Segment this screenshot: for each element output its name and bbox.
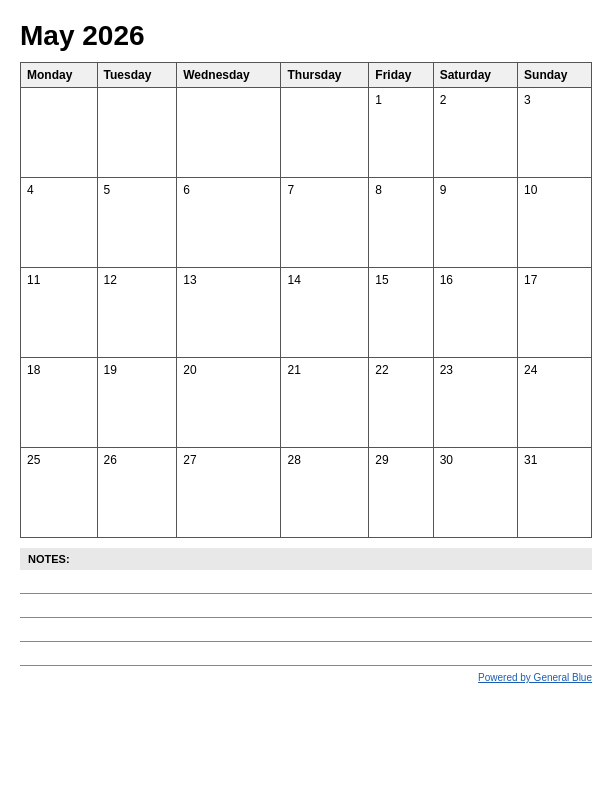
day-number: 21: [287, 363, 300, 377]
calendar-cell: 18: [21, 358, 98, 448]
day-number: 25: [27, 453, 40, 467]
calendar-cell: 20: [177, 358, 281, 448]
calendar-cell: 29: [369, 448, 433, 538]
calendar-cell: [177, 88, 281, 178]
calendar-week-row-5: 25262728293031: [21, 448, 592, 538]
day-number: 2: [440, 93, 447, 107]
calendar-cell: 24: [518, 358, 592, 448]
day-number: 12: [104, 273, 117, 287]
calendar-cell: 21: [281, 358, 369, 448]
day-number: 30: [440, 453, 453, 467]
calendar-cell: 9: [433, 178, 517, 268]
day-number: 4: [27, 183, 34, 197]
calendar-cell: 11: [21, 268, 98, 358]
calendar-header-thursday: Thursday: [281, 63, 369, 88]
day-number: 13: [183, 273, 196, 287]
day-number: 15: [375, 273, 388, 287]
calendar-cell: 22: [369, 358, 433, 448]
calendar-header-tuesday: Tuesday: [97, 63, 177, 88]
calendar-cell: 31: [518, 448, 592, 538]
calendar-cell: 7: [281, 178, 369, 268]
calendar-header-saturday: Saturday: [433, 63, 517, 88]
powered-by-link[interactable]: Powered by General Blue: [478, 672, 592, 683]
calendar-header-wednesday: Wednesday: [177, 63, 281, 88]
day-number: 1: [375, 93, 382, 107]
calendar-week-row-3: 11121314151617: [21, 268, 592, 358]
calendar-cell: 6: [177, 178, 281, 268]
page-title: May 2026: [20, 20, 592, 52]
calendar-table: MondayTuesdayWednesdayThursdayFridaySatu…: [20, 62, 592, 538]
notes-label: NOTES:: [20, 548, 592, 570]
day-number: 31: [524, 453, 537, 467]
notes-line-4: [20, 644, 592, 666]
calendar-cell: 13: [177, 268, 281, 358]
calendar-cell: 17: [518, 268, 592, 358]
calendar-header-row: MondayTuesdayWednesdayThursdayFridaySatu…: [21, 63, 592, 88]
calendar-cell: 30: [433, 448, 517, 538]
calendar-cell: 28: [281, 448, 369, 538]
day-number: 18: [27, 363, 40, 377]
calendar-header-friday: Friday: [369, 63, 433, 88]
notes-line-3: [20, 620, 592, 642]
calendar-cell: 8: [369, 178, 433, 268]
day-number: 7: [287, 183, 294, 197]
day-number: 29: [375, 453, 388, 467]
calendar-header-sunday: Sunday: [518, 63, 592, 88]
notes-line-1: [20, 572, 592, 594]
calendar-cell: 10: [518, 178, 592, 268]
calendar-cell: [281, 88, 369, 178]
calendar-cell: 19: [97, 358, 177, 448]
calendar-week-row-1: 123: [21, 88, 592, 178]
calendar-cell: 23: [433, 358, 517, 448]
day-number: 28: [287, 453, 300, 467]
day-number: 5: [104, 183, 111, 197]
day-number: 24: [524, 363, 537, 377]
calendar-cell: 2: [433, 88, 517, 178]
day-number: 14: [287, 273, 300, 287]
day-number: 20: [183, 363, 196, 377]
calendar-cell: 4: [21, 178, 98, 268]
calendar-cell: 25: [21, 448, 98, 538]
calendar-cell: 26: [97, 448, 177, 538]
day-number: 22: [375, 363, 388, 377]
day-number: 6: [183, 183, 190, 197]
day-number: 27: [183, 453, 196, 467]
day-number: 10: [524, 183, 537, 197]
day-number: 9: [440, 183, 447, 197]
calendar-cell: [21, 88, 98, 178]
calendar-week-row-2: 45678910: [21, 178, 592, 268]
calendar-header-monday: Monday: [21, 63, 98, 88]
calendar-cell: 16: [433, 268, 517, 358]
calendar-cell: 5: [97, 178, 177, 268]
calendar-cell: [97, 88, 177, 178]
day-number: 26: [104, 453, 117, 467]
notes-line-2: [20, 596, 592, 618]
calendar-cell: 14: [281, 268, 369, 358]
day-number: 17: [524, 273, 537, 287]
calendar-cell: 27: [177, 448, 281, 538]
calendar-week-row-4: 18192021222324: [21, 358, 592, 448]
day-number: 16: [440, 273, 453, 287]
calendar-cell: 15: [369, 268, 433, 358]
day-number: 19: [104, 363, 117, 377]
day-number: 23: [440, 363, 453, 377]
calendar-cell: 12: [97, 268, 177, 358]
notes-section: NOTES:: [20, 548, 592, 666]
powered-by: Powered by General Blue: [20, 672, 592, 683]
day-number: 3: [524, 93, 531, 107]
day-number: 11: [27, 273, 40, 287]
day-number: 8: [375, 183, 382, 197]
calendar-cell: 1: [369, 88, 433, 178]
calendar-cell: 3: [518, 88, 592, 178]
